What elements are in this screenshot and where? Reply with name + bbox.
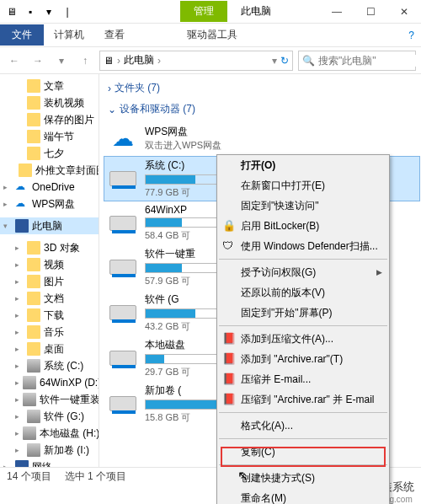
wps-netdisk-item[interactable]: ☁ WPS网盘 双击进入WPS网盘 [104, 121, 419, 155]
menu-item[interactable]: 固定到"开始"屏幕(P) [217, 303, 389, 323]
hdd-icon [108, 298, 138, 328]
folders-group-header[interactable]: › 文件夹 (7) [103, 78, 421, 99]
menu-item[interactable]: 还原以前的版本(V) [217, 282, 389, 303]
hdd-icon [108, 343, 138, 373]
tree-item[interactable]: ▸64WinXP (D:) [0, 374, 99, 391]
forward-button[interactable]: → [29, 51, 47, 70]
folder-icon [27, 147, 40, 160]
qat-item[interactable]: ▪ [22, 3, 39, 20]
tree-item[interactable]: ▸图片 [0, 273, 99, 290]
menu-label: 还原以前的版本(V) [241, 286, 325, 300]
view-menu[interactable]: 查看 [94, 24, 135, 46]
tree-label: OneDrive [32, 181, 75, 193]
menu-label: 固定到"快速访问" [241, 199, 319, 213]
context-menu: 打开(O)在新窗口中打开(E)固定到"快速访问"🔒启用 BitLocker(B)… [216, 154, 390, 504]
tree-item[interactable]: 七夕 [0, 145, 99, 162]
tree-label: 本地磁盘 (H:) [40, 426, 99, 441]
tree-item[interactable]: ▸新加卷 (I:) [0, 442, 99, 458]
menu-icon: 📕 [222, 352, 236, 366]
caret-icon: ▸ [15, 311, 24, 319]
menu-label: 创建快捷方式(S) [241, 471, 315, 485]
chevron-down-icon: ⌄ [108, 104, 116, 115]
tree-item[interactable]: ▸视频 [0, 256, 99, 273]
tree-label: 系统 (C:) [44, 359, 83, 373]
recent-dropdown[interactable]: ▾ [52, 51, 71, 70]
menu-label: 添加到压缩文件(A)... [241, 332, 333, 346]
tree-item[interactable]: 外推文章封面图 [0, 162, 99, 179]
tree-item[interactable]: 文章 [0, 78, 99, 94]
tree-item[interactable]: ▸软件一键重装系 [0, 391, 99, 408]
folder-icon [27, 292, 40, 305]
menu-item[interactable]: 📕压缩并 E-mail... [217, 369, 389, 389]
tree-item[interactable]: ▸本地磁盘 (H:) [0, 425, 99, 442]
item-count: 14 个项目 [7, 469, 51, 484]
search-field[interactable]: 🔍 [298, 51, 416, 71]
menu-item[interactable]: 🔒启用 BitLocker(B) [217, 216, 389, 236]
tree-item[interactable]: ▸音乐 [0, 324, 99, 340]
menu-item[interactable]: 重命名(M) [217, 488, 389, 504]
menu-label: 添加到 "Archive.rar"(T) [241, 352, 343, 367]
tree-label: 外推文章封面图 [35, 164, 99, 178]
tree-item[interactable]: ▸桌面 [0, 340, 99, 357]
tree-item[interactable]: ▸软件 (G:) [0, 408, 99, 425]
minimize-button[interactable]: — [320, 0, 354, 24]
menu-item[interactable]: 📕添加到压缩文件(A)... [217, 329, 389, 349]
tree-item[interactable]: ▸☁OneDrive [0, 179, 99, 196]
tree-item[interactable]: 端午节 [0, 128, 99, 145]
address-field[interactable]: 🖥 › 此电脑 › ▾ ↻ [99, 51, 293, 71]
menu-icon: 🔒 [222, 219, 236, 233]
tree-item[interactable]: ▾此电脑 [0, 217, 99, 234]
menu-item[interactable]: 授予访问权限(G)▶ [217, 262, 389, 282]
menu-separator [219, 259, 387, 260]
submenu-arrow-icon: ▶ [376, 268, 382, 276]
drive-tools-menu[interactable]: 驱动器工具 [177, 24, 248, 46]
up-button[interactable]: ↑ [76, 51, 94, 70]
menu-item[interactable]: 📕添加到 "Archive.rar"(T) [217, 349, 389, 369]
close-button[interactable]: ✕ [387, 0, 421, 24]
tree-item[interactable]: ▸文档 [0, 290, 99, 307]
menu-separator [219, 325, 387, 326]
menu-item[interactable]: 创建快捷方式(S) [217, 468, 389, 488]
menu-label: 在新窗口中打开(E) [241, 179, 325, 193]
folder-icon [27, 342, 40, 356]
menu-item[interactable]: 🛡使用 Windows Defender扫描... [217, 236, 389, 256]
back-button[interactable]: ← [5, 51, 24, 70]
hdd-icon [108, 389, 138, 419]
tree-label: 端午节 [44, 130, 74, 144]
menu-item[interactable]: 固定到"快速访问" [217, 196, 389, 216]
tree-label: 新加卷 (I:) [44, 443, 89, 458]
menu-item[interactable]: 📕压缩到 "Archive.rar" 并 E-mail [217, 389, 389, 410]
folder-icon [27, 308, 40, 322]
menu-label: 使用 Windows Defender扫描... [241, 239, 378, 254]
tree-item[interactable]: ▸下载 [0, 307, 99, 324]
title-label: 此电脑 [227, 1, 285, 22]
tree-item[interactable]: ▸3D 对象 [0, 239, 99, 256]
titlebar: 🖥 ▪ ▾ | 管理 此电脑 — ☐ ✕ [0, 0, 421, 24]
maximize-button[interactable]: ☐ [354, 0, 387, 24]
search-input[interactable] [318, 55, 421, 67]
cloud-icon: ☁ [15, 180, 29, 194]
menu-label: 压缩到 "Archive.rar" 并 E-mail [241, 393, 375, 407]
item-name: WPS网盘 [145, 125, 416, 139]
menu-item[interactable]: 复制(C) [217, 442, 389, 462]
qat-dropdown-icon[interactable]: ▾ [40, 3, 57, 20]
file-menu[interactable]: 文件 [0, 24, 44, 46]
menubar: 文件 计算机 查看 驱动器工具 ? [0, 24, 421, 47]
tree-item[interactable]: ▸系统 (C:) [0, 357, 99, 374]
caret-icon: ▸ [15, 395, 19, 404]
menu-item[interactable]: 在新窗口中打开(E) [217, 175, 389, 196]
menu-label: 固定到"开始"屏幕(P) [241, 306, 333, 320]
manage-tab[interactable]: 管理 [180, 1, 227, 22]
tree-label: 桌面 [44, 342, 64, 357]
help-icon[interactable]: ? [402, 29, 421, 41]
tree-item[interactable]: ▸☁WPS网盘 [0, 196, 99, 212]
tree-item[interactable]: 保存的图片 [0, 111, 99, 128]
menu-item[interactable]: 格式化(A)... [217, 416, 389, 436]
menu-item[interactable]: 打开(O) [217, 155, 389, 175]
dropdown-icon[interactable]: ▾ [272, 55, 277, 67]
menu-icon: 📕 [222, 373, 236, 386]
computer-menu[interactable]: 计算机 [44, 24, 94, 46]
tree-item[interactable]: 装机视频 [0, 94, 99, 111]
refresh-icon[interactable]: ↻ [280, 55, 289, 67]
drives-group-header[interactable]: ⌄ 设备和驱动器 (7) [103, 99, 421, 120]
